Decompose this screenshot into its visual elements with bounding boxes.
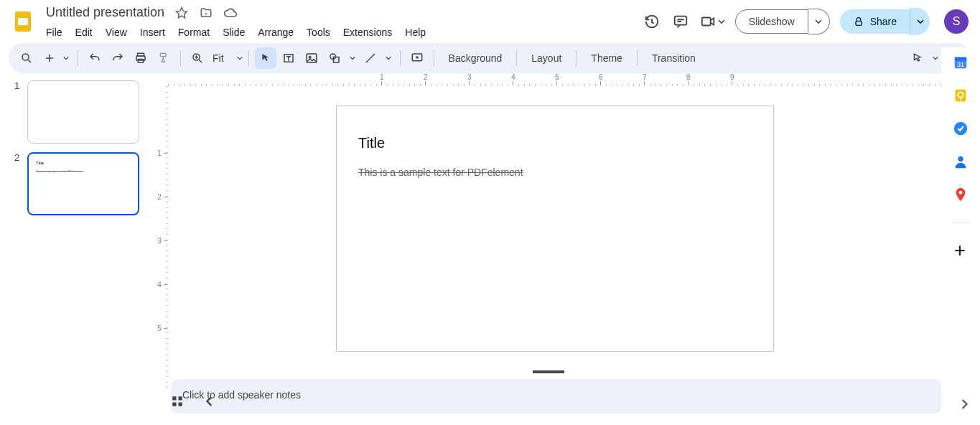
transition-button[interactable]: Transition	[643, 52, 704, 64]
slide-thumbnail-2[interactable]: Title This is a sample text for PDFeleme…	[27, 152, 139, 215]
menu-slide[interactable]: Slide	[217, 24, 251, 41]
zoom-label: Fit	[208, 52, 237, 64]
svg-rect-20	[179, 403, 182, 406]
svg-rect-18	[179, 396, 182, 400]
horizontal-ruler[interactable]: 123456789	[168, 73, 941, 86]
filmstrip: 1 2 Title This is a sample text for PDFe…	[0, 73, 155, 425]
slide-thumbnail-1[interactable]	[27, 80, 139, 144]
zoom-selector[interactable]: Fit	[187, 47, 243, 69]
text-box-button[interactable]	[278, 47, 299, 69]
shape-dropdown[interactable]	[347, 47, 358, 69]
shape-button[interactable]	[324, 47, 345, 69]
zoom-icon	[187, 47, 208, 69]
redo-button[interactable]	[107, 47, 129, 69]
svg-rect-4	[856, 21, 862, 25]
svg-rect-3	[702, 18, 711, 26]
cloud-status-icon[interactable]	[222, 4, 239, 22]
document-title[interactable]: Untitled presentation	[45, 4, 166, 22]
svg-point-5	[22, 54, 29, 60]
slides-logo[interactable]	[9, 7, 37, 36]
menu-view[interactable]: View	[100, 24, 133, 41]
star-icon[interactable]	[173, 4, 190, 22]
notes-resize-handle[interactable]	[533, 370, 564, 373]
svg-rect-22	[955, 57, 967, 61]
share-button[interactable]: Share	[840, 9, 910, 34]
add-addons-button[interactable]	[953, 243, 969, 259]
menu-insert[interactable]: Insert	[134, 24, 171, 41]
background-button[interactable]: Background	[440, 52, 511, 64]
toolbar: Fit Background Layout Theme Transition	[9, 43, 971, 73]
layout-button[interactable]: Layout	[523, 52, 570, 64]
undo-button[interactable]	[84, 47, 106, 69]
header: Untitled presentation File Edit View Ins…	[0, 0, 980, 40]
svg-point-28	[959, 191, 963, 195]
svg-rect-15	[333, 57, 339, 63]
line-dropdown[interactable]	[383, 47, 394, 69]
insert-comment-button[interactable]	[406, 47, 428, 69]
canvas-area: 123456789 12345 Title This is a sample t…	[155, 73, 941, 425]
svg-rect-2	[675, 17, 687, 25]
meet-button[interactable]	[700, 14, 725, 29]
pointer-mode-button[interactable]	[907, 47, 928, 69]
side-panel: 31	[941, 47, 980, 425]
new-slide-dropdown[interactable]	[60, 47, 72, 69]
slide-body-text[interactable]: This is a sample text for PDFelement	[358, 167, 523, 178]
menu-help[interactable]: Help	[399, 24, 431, 41]
search-menus-button[interactable]	[16, 47, 37, 69]
lock-icon	[853, 16, 864, 27]
menu-edit[interactable]: Edit	[70, 24, 98, 41]
svg-point-13	[309, 56, 310, 57]
theme-button[interactable]: Theme	[582, 52, 631, 64]
svg-point-27	[958, 157, 963, 162]
svg-rect-19	[172, 403, 176, 406]
pointer-mode-dropdown[interactable]	[930, 47, 941, 69]
menu-arrange[interactable]: Arrange	[252, 24, 299, 41]
line-button[interactable]	[360, 47, 381, 69]
history-icon[interactable]	[643, 12, 661, 31]
slideshow-button[interactable]: Slideshow	[735, 9, 808, 34]
menu-extensions[interactable]: Extensions	[337, 24, 398, 41]
menu-bar: File Edit View Insert Format Slide Arran…	[40, 24, 431, 41]
svg-rect-17	[172, 396, 176, 400]
slide-canvas[interactable]: Title This is a sample text for PDFeleme…	[336, 106, 774, 352]
calendar-icon[interactable]: 31	[953, 55, 969, 70]
svg-rect-1	[18, 18, 28, 25]
print-button[interactable]	[130, 47, 151, 69]
share-dropdown[interactable]	[910, 8, 930, 35]
vertical-ruler[interactable]: 12345	[155, 86, 168, 370]
slideshow-dropdown[interactable]	[808, 9, 830, 34]
svg-text:31: 31	[957, 61, 964, 68]
new-slide-button[interactable]	[39, 47, 60, 69]
contacts-icon[interactable]	[953, 154, 969, 169]
comments-icon[interactable]	[671, 12, 690, 31]
slide-title-text[interactable]: Title	[358, 135, 385, 151]
slide-number: 2	[14, 152, 27, 215]
keep-icon[interactable]	[953, 88, 969, 103]
menu-format[interactable]: Format	[172, 24, 215, 41]
select-tool[interactable]	[255, 47, 276, 69]
move-icon[interactable]	[197, 4, 215, 22]
svg-rect-9	[161, 53, 167, 57]
menu-tools[interactable]: Tools	[301, 24, 336, 41]
share-label: Share	[870, 16, 897, 27]
tasks-icon[interactable]	[953, 121, 969, 136]
show-side-panel-button[interactable]	[960, 399, 969, 409]
maps-icon[interactable]	[953, 187, 969, 202]
collapse-filmstrip-button[interactable]	[205, 396, 214, 406]
account-avatar[interactable]: S	[944, 9, 969, 34]
chevron-down-icon	[237, 55, 243, 61]
menu-file[interactable]: File	[40, 24, 68, 41]
grid-view-button[interactable]	[171, 395, 184, 408]
paint-format-button[interactable]	[153, 47, 174, 69]
slide-number: 1	[14, 80, 27, 144]
workspace: 1 2 Title This is a sample text for PDFe…	[0, 73, 941, 425]
speaker-notes[interactable]: Click to add speaker notes	[171, 379, 941, 414]
insert-image-button[interactable]	[301, 47, 322, 69]
